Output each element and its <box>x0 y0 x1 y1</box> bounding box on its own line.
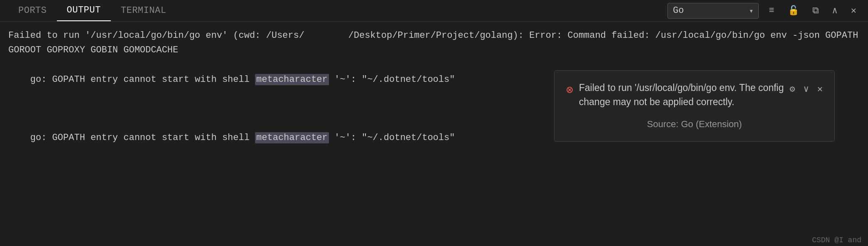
tab-ports[interactable]: PORTS <box>8 0 57 21</box>
lock-icon[interactable]: 🔓 <box>785 3 802 18</box>
output-line-4-text: go: GOPATH entry cannot start with shell <box>30 133 255 143</box>
error-circle-icon: ⊗ <box>566 81 573 100</box>
notification-message-line2: change may not be applied correctly. <box>579 95 784 109</box>
output-metacharacter-1: metacharacter <box>255 74 329 85</box>
notification-gear-icon[interactable]: ⚙ <box>790 82 795 97</box>
notification-message: Failed to run '/usr/local/go/bin/go env.… <box>579 81 784 109</box>
close-icon[interactable]: ✕ <box>848 3 860 18</box>
output-line-2-text: go: GOPATH entry cannot start with shell <box>30 74 255 85</box>
notification-close-icon[interactable]: ✕ <box>817 82 823 97</box>
notification-source: Source: Go (Extension) <box>566 117 823 131</box>
list-icon[interactable]: ≡ <box>765 4 777 17</box>
tab-output[interactable]: OUTPUT <box>57 0 111 21</box>
tab-right-controls: Go ▾ ≡ 🔓 ⧉ ∧ ✕ <box>667 3 860 19</box>
notification-chevron-down-icon[interactable]: ∨ <box>800 81 812 98</box>
output-line-4-rest: '~': "~/.dotnet/tools" <box>329 133 455 143</box>
tab-terminal[interactable]: TERMINAL <box>111 0 177 21</box>
output-line-2-rest: '~': "~/.dotnet/tools" <box>329 74 455 85</box>
dropdown-label: Go <box>673 5 745 16</box>
chevron-up-icon[interactable]: ∧ <box>829 3 841 18</box>
copy-icon[interactable]: ⧉ <box>809 4 822 18</box>
notification-message-line1: Failed to run '/usr/local/go/bin/go env.… <box>579 81 784 95</box>
output-source-dropdown[interactable]: Go ▾ <box>667 3 759 19</box>
notification-popup: ⊗ Failed to run '/usr/local/go/bin/go en… <box>554 70 835 142</box>
tab-bar: PORTS OUTPUT TERMINAL Go ▾ ≡ 🔓 ⧉ ∧ ✕ <box>0 0 868 22</box>
status-text: CSDN @I and <box>812 236 861 244</box>
chevron-down-icon: ▾ <box>749 6 753 15</box>
notification-header: ⊗ Failed to run '/usr/local/go/bin/go en… <box>566 81 823 109</box>
output-line-1: Failed to run '/usr/local/go/bin/go env'… <box>8 28 860 57</box>
output-area: Failed to run '/usr/local/go/bin/go env'… <box>0 22 868 167</box>
notification-controls: ⚙ ∨ ✕ <box>790 81 823 98</box>
status-bar: CSDN @I and <box>805 234 868 246</box>
output-metacharacter-2: metacharacter <box>255 132 329 143</box>
